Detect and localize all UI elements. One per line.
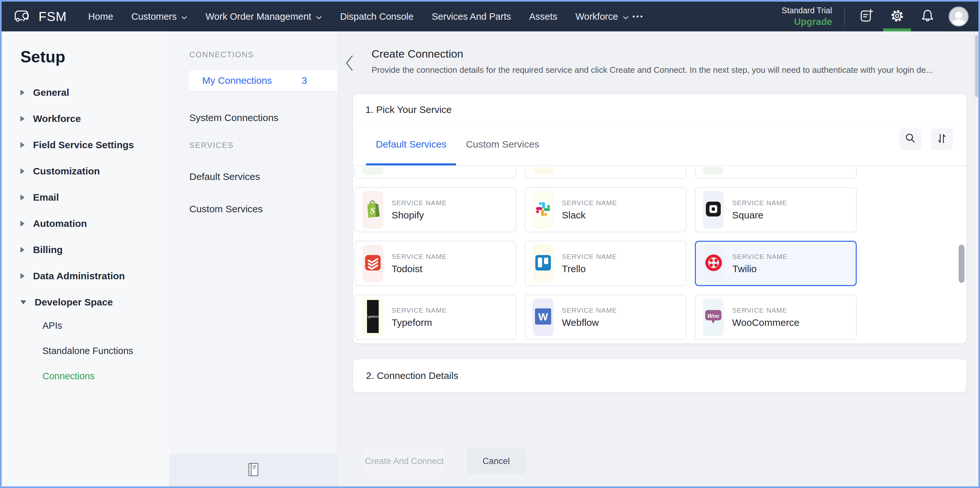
services-tab-bar: Default ServicesCustom Services [353, 125, 966, 166]
service-card-shopify[interactable]: SSERVICE NAMEShopify [355, 187, 516, 232]
settings-button[interactable] [888, 2, 907, 32]
service-card-webflow[interactable]: WSERVICE NAMEWebflow [525, 294, 686, 340]
service-name-label: SERVICE NAME [732, 253, 788, 261]
back-button[interactable] [344, 54, 354, 73]
grid-scrollbar-thumb[interactable] [959, 245, 964, 283]
nav-item-home[interactable]: Home [88, 11, 113, 22]
upgrade-link[interactable]: Upgrade [782, 16, 832, 27]
caret-right-icon [21, 247, 25, 253]
nav-item-label: Work Order Management [205, 11, 311, 22]
pick-service-card: 1. Pick Your Service Default ServicesCus… [353, 94, 967, 344]
sidebar-item-field-service-settings[interactable]: Field Service Settings [21, 140, 169, 151]
setup-title: Setup [21, 48, 169, 66]
service-name: Todoist [391, 264, 447, 274]
panel-item-system-connections[interactable]: System Connections [189, 112, 337, 123]
plan-block: Standard Trial Upgrade [782, 5, 832, 27]
sort-arrows-icon [936, 132, 948, 146]
sidebar-item-email[interactable]: Email [21, 192, 169, 203]
connections-panel: CONNECTIONSMy Connections3System Connect… [169, 32, 338, 486]
top-navbar: FSM HomeCustomersWork Order ManagementDi… [2, 2, 978, 32]
service-info: SERVICE NAMEWebflow [562, 307, 617, 328]
service-card-twilio[interactable]: SERVICE NAMETwilio [695, 241, 857, 286]
window-scrollbar-thumb[interactable] [975, 35, 978, 97]
panel-header-services: SERVICES [189, 141, 337, 150]
chevron-down-icon [316, 11, 322, 22]
search-icon [905, 133, 916, 146]
quick-create-button[interactable] [858, 2, 875, 32]
caret-right-icon [21, 116, 25, 122]
service-card-slack[interactable]: SERVICE NAMESlack [525, 187, 686, 232]
panel-item-my-connections[interactable]: My Connections3 [189, 70, 337, 91]
service-logo-tile [533, 191, 554, 229]
sidebar-subitem-standalone-functions[interactable]: Standalone Functions [42, 346, 169, 356]
nav-item-label: Assets [529, 11, 557, 22]
service-card-square[interactable]: SERVICE NAMESquare [695, 187, 857, 232]
gear-icon [890, 8, 905, 25]
developer-space-submenu: APIsStandalone FunctionsConnections [21, 320, 169, 381]
sidebar-item-developer-space[interactable]: Developer Space [21, 297, 169, 308]
service-info: SERVICE NAMESquare [732, 199, 787, 221]
search-button[interactable] [899, 128, 921, 150]
service-info: SERVICE NAMETodoist [391, 253, 447, 274]
service-card-partial[interactable] [695, 167, 857, 179]
sidebar-item-automation[interactable]: Automation [21, 218, 169, 229]
service-name: Typeform [391, 317, 447, 328]
service-card-partial[interactable] [525, 167, 686, 179]
connection-details-card: 2. Connection Details [353, 359, 967, 393]
service-name: WooCommerce [732, 317, 799, 328]
sidebar-item-customization[interactable]: Customization [21, 166, 169, 177]
shopify-logo-icon: S [364, 199, 382, 220]
sidebar-subitem-apis[interactable]: APIs [42, 320, 169, 331]
panel-footer [169, 454, 337, 486]
service-card-woocommerce[interactable]: WooSERVICE NAMEWooCommerce [695, 294, 857, 340]
service-card-partial[interactable] [355, 167, 516, 179]
slack-logo-icon [534, 200, 552, 219]
panel-item-custom-services[interactable]: Custom Services [189, 203, 337, 215]
services-grid: SSERVICE NAMEShopifySERVICE NAMESlackSER… [355, 167, 966, 340]
panel-item-label: My Connections [202, 75, 272, 86]
sort-button[interactable] [931, 128, 953, 150]
collapse-panel-icon[interactable] [247, 462, 259, 478]
nav-item-work-order-management[interactable]: Work Order Management [205, 11, 322, 22]
sidebar-item-data-administration[interactable]: Data Administration [21, 270, 169, 281]
sidebar-item-general[interactable]: General [21, 87, 169, 98]
service-card-todoist[interactable]: SERVICE NAMETodoist [355, 241, 516, 286]
nav-item-workforce[interactable]: Workforce [576, 11, 629, 22]
settings-active-indicator [883, 29, 911, 32]
service-info: SERVICE NAMETypeform [391, 307, 447, 328]
tab-custom-services[interactable]: Custom Services [456, 125, 549, 165]
service-name: Slack [562, 210, 617, 221]
svg-text:Typeform: Typeform [366, 315, 380, 318]
service-logo-tile [703, 167, 724, 175]
nav-item-customers[interactable]: Customers [131, 11, 188, 22]
nav-divider [845, 8, 845, 25]
nav-more-button[interactable] [632, 15, 643, 18]
service-card-trello[interactable]: SERVICE NAMETrello [525, 241, 686, 286]
create-and-connect-button[interactable]: Create And Connect [363, 448, 445, 474]
caret-right-icon [21, 90, 25, 95]
sidebar-subitem-connections[interactable]: Connections [42, 371, 169, 381]
sidebar-item-workforce[interactable]: Workforce [21, 113, 169, 124]
tab-default-services[interactable]: Default Services [366, 125, 456, 165]
service-card-typeform[interactable]: TypeformSERVICE NAMETypeform [355, 294, 516, 340]
plan-label: Standard Trial [782, 5, 832, 16]
panel-item-default-services[interactable]: Default Services [189, 171, 337, 182]
notifications-button[interactable] [919, 2, 936, 32]
sidebar-item-billing[interactable]: Billing [21, 244, 169, 255]
user-avatar[interactable] [948, 6, 969, 27]
fsm-logo[interactable]: FSM [13, 8, 67, 25]
nav-item-label: Home [88, 11, 113, 22]
nav-item-assets[interactable]: Assets [529, 11, 557, 22]
service-logo-tile: Typeform [363, 298, 383, 336]
services-grid-viewport: SSERVICE NAMEShopifySERVICE NAMESlackSER… [355, 167, 966, 341]
service-logo-tile: Woo [703, 298, 724, 336]
nav-item-dispatch-console[interactable]: Dispatch Console [340, 11, 414, 22]
brand-name: FSM [38, 10, 67, 24]
service-name: Twilio [732, 264, 788, 274]
cancel-button[interactable]: Cancel [467, 448, 526, 474]
nav-item-services-and-parts[interactable]: Services And Parts [432, 11, 511, 22]
webflow-logo-icon: W [535, 308, 552, 326]
service-info: SERVICE NAMETwilio [732, 253, 788, 274]
service-name: Square [732, 210, 787, 221]
navbar-right: Standard Trial Upgrade [782, 2, 978, 32]
